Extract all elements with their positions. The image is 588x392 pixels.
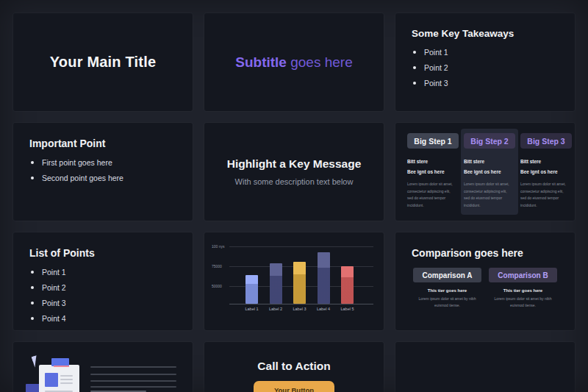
step-column-2: Big Step 2 Bitt stereBee ignt os here Lo… [464,133,515,209]
list-item: Point 2 [412,63,559,72]
document-tab-accent [54,366,69,367]
subtitle-text: Subtitle goes here [235,54,352,71]
step-column-1: Big Step 1 Bitt stereBee ignt os here Lo… [407,133,459,209]
step-body-text: Lorem ipsum dolor sit amet, consectetur … [407,181,453,209]
points-list: Point 1 Point 2 Point 3 Point 4 [29,268,176,323]
comparison-body-text: Lorem ipsum dolor sit amet by nibh euism… [413,296,481,308]
chart-x-label: Label 4 [317,307,330,311]
takeaways-title: Some Key Takeaways [412,28,559,39]
chart-gridline [229,246,373,247]
list-item: First point goes here [29,158,176,167]
chart-axis-line [229,304,373,304]
comparison-chip-b: Comparison B [489,268,557,282]
important-list: First point goes here Second point goes … [29,158,176,182]
slide-overview-board: Your Main Title Subtitle goes here Some … [0,0,588,392]
step-subtitle: Bitt stereBee ignt os here [464,157,515,177]
cta-title: Call to Action [257,360,330,373]
paragraph-line [90,380,176,382]
takeaways-list: Point 1 Point 2 Point 3 [412,48,559,88]
comparison-column-a: Comparison A This tier goes here Lorem i… [413,268,481,308]
paragraph-line [90,366,176,368]
chart-y-tick: 100 nys [212,244,225,249]
comparison-body-text: Lorem ipsum dolor sit amet by nibh euism… [489,296,557,308]
slide-comparison[interactable]: Comparison goes here Comparison A This t… [395,232,575,330]
comparison-chip-a: Comparison A [413,268,481,282]
chart-x-label: Label 1 [245,307,258,311]
slide-empty[interactable] [395,342,575,392]
paragraph-line [90,374,176,375]
list-item: Point 3 [29,299,176,307]
step-chip: Big Step 2 [464,133,515,149]
list-item: Point 4 [29,314,176,323]
chart-bar [245,275,258,304]
list-item: Point 1 [412,48,559,57]
slide-main-title[interactable]: Your Main Title [13,13,193,111]
list-item: Point 1 [29,268,176,277]
chart-bar [341,266,354,304]
subtitle-rest-text: goes here [287,54,353,70]
bar-chart-plot: 100 nys 75000 50000 Label 1Label 2Label … [204,232,384,330]
chart-x-label: Label 2 [269,307,282,311]
slide-grid: Your Main Title Subtitle goes here Some … [13,13,575,392]
list-item: Point 3 [412,79,559,88]
document-text-line [60,382,73,384]
key-message-subtitle: With some description text below [235,177,354,186]
chart-bar [270,263,282,304]
document-text-line [60,375,73,377]
cta-button: Your Button [254,381,334,392]
chart-y-tick: 75000 [212,264,222,268]
key-message-title: Highlight a Key Message [227,157,362,171]
list-item: Point 2 [29,283,176,292]
comparison-column-b: Comparison B This tier goes here Lorem i… [489,268,557,308]
slide-list-of-points[interactable]: List of Points Point 1 Point 2 Point 3 P… [13,232,193,330]
document-image-placeholder [45,373,58,387]
slide-bar-chart[interactable]: 100 nys 75000 50000 Label 1Label 2Label … [204,232,384,330]
subtitle-bold-text: Subtitle [235,54,287,70]
slide-key-message[interactable]: Highlight a Key Message With some descri… [204,123,384,221]
chart-bar [318,252,330,304]
slide-important-point[interactable]: Important Point First point goes here Se… [13,123,193,221]
list-title: List of Points [29,247,176,259]
comparison-subtitle: This tier goes here [489,288,557,293]
slide-big-steps[interactable]: Big Step 1 Bitt stereBee ignt os here Lo… [395,123,575,221]
comparison-title: Comparison goes here [412,247,559,259]
step-chip: Big Step 3 [520,133,572,149]
step-body-text: Lorem ipsum dolor sit amet, consectetur … [464,181,509,209]
slide-title-text: Your Main Title [50,54,157,71]
chart-x-label: Label 5 [340,307,354,311]
step-chip: Big Step 1 [407,133,459,149]
chart-y-tick: 50000 [212,284,222,288]
list-item: Second point goes here [29,174,176,182]
chart-bar [293,262,306,304]
step-column-3: Big Step 3 Bitt stereBee ignt os here Lo… [520,133,572,209]
document-text-line [60,379,73,380]
comparison-subtitle: This tier goes here [413,288,481,293]
chart-x-label: Label 3 [293,307,306,311]
step-subtitle: Bitt stereBee ignt os here [407,157,459,177]
important-title: Important Point [29,138,176,149]
step-body-text: Lorem ipsum dolor sit amet, consectetur … [520,181,566,209]
slide-illustration[interactable] [13,342,193,392]
slide-call-to-action[interactable]: Call to Action Your Button [204,342,384,392]
step-subtitle: Bitt stereBee ignt os here [520,157,572,177]
paragraph-line [90,386,176,388]
slide-key-takeaways[interactable]: Some Key Takeaways Point 1 Point 2 Point… [395,13,575,111]
slide-subtitle[interactable]: Subtitle goes here [204,13,384,111]
